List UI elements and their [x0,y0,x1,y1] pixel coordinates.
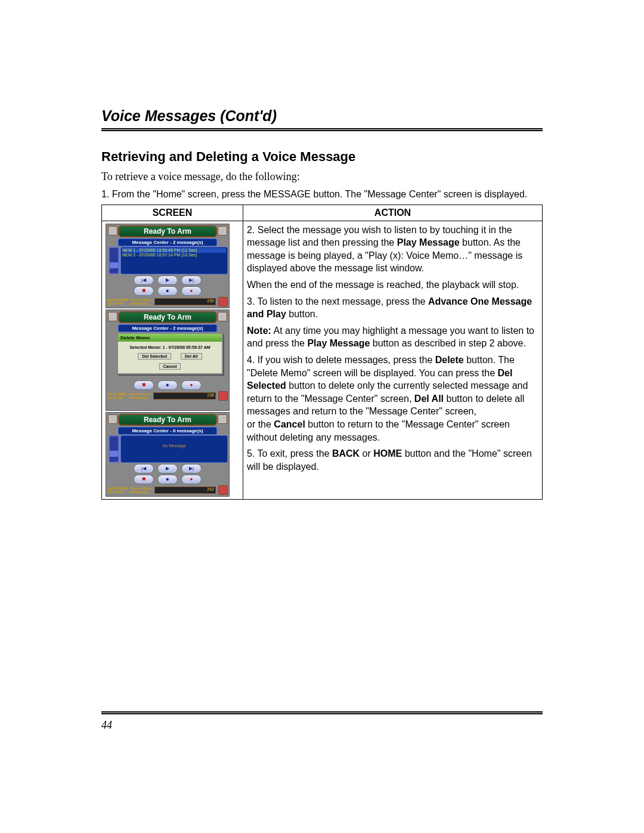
embedded-screen-3: Ready To Arm Message Center - 0 message(… [106,412,230,497]
no-message-text: No Message [122,436,226,448]
page-number: 44 [101,719,112,731]
delete-button[interactable]: ✖ [134,380,154,390]
message-center-header: Message Center - 2 message(s) [118,239,217,246]
intro-text: To retrieve a voice message, do the foll… [101,171,543,183]
record-time-label: Record TimeRemaining [130,487,151,494]
col-header-screen: SCREEN [102,205,243,221]
record-time-label: Record TimeRemaining [130,298,151,305]
list-item[interactable]: NEW 2 - 07/29/00 10:57:14 PM (10 Sec) [122,253,226,258]
stop-button[interactable]: ■ [157,475,178,484]
delete-button[interactable]: ✖ [134,475,154,484]
message-center-header: Message Center - 2 message(s) [118,324,217,332]
prev-button[interactable]: |◀ [134,464,154,473]
del-all-button[interactable]: Del All [181,353,202,360]
timestamp: Fri 07/28/0006:00 AM [107,392,127,400]
delete-button[interactable]: ✖ [134,286,154,296]
record-button[interactable]: ● [181,380,202,390]
status-bar: Ready To Arm [118,414,217,426]
embedded-screen-2: Ready To Arm Message Center - 2 message(… [106,309,230,411]
status-bar: Ready To Arm [118,311,217,323]
volume-slider[interactable] [109,247,119,274]
next-button[interactable]: ▶| [181,464,202,473]
action-step-4: 4. If you wish to delete messages, press… [247,354,538,444]
timestamp: Sat 07/29/0010:55 PM [107,487,128,494]
dialog-body-text: Selected Memo: 1 - 07/28/00 05:59:37 AM [122,345,218,349]
cancel-button[interactable]: Cancel [159,363,181,370]
stop-button[interactable]: ■ [157,380,178,390]
home-icon[interactable] [218,391,228,401]
dialog-title: Delete Memo [118,334,222,342]
screen-action-table: SCREEN ACTION Ready To Arm Message Cente… [101,205,543,500]
volume-slider[interactable] [109,435,119,463]
manual-page: Voice Messages (Cont'd) Retrieving and D… [0,0,644,833]
home-icon[interactable] [218,485,228,495]
time-meter: 239 [154,298,216,305]
record-button[interactable]: ● [181,286,202,296]
back-icon[interactable] [108,312,117,321]
action-step-3: 3. To listen to the next message, press … [247,295,538,321]
screen-cell: Ready To Arm Message Center - 2 message(… [102,221,243,499]
action-cell: 2. Select the message you wish to listen… [243,221,543,499]
back-icon[interactable] [108,226,117,236]
page-footer: 44 [101,711,543,732]
time-meter: 238 [153,392,216,400]
next-button[interactable]: ▶| [181,275,202,285]
section-header: Voice Messages (Cont'd) [101,107,543,131]
action-note: Note: At any time you may highlight a me… [247,324,538,350]
subsection-header: Retrieving and Deleting a Voice Message [101,149,543,165]
step-1-text: 1. From the "Home" screen, press the MES… [101,188,543,201]
play-button[interactable]: ▶ [157,464,178,473]
record-button[interactable]: ● [181,475,202,484]
stop-button[interactable]: ■ [157,286,178,296]
time-meter: 262 [154,487,216,494]
home-icon[interactable] [218,297,228,306]
action-step-5: 5. To exit, press the BACK or HOME butto… [247,447,538,473]
back-icon[interactable] [108,414,117,424]
embedded-screen-1: Ready To Arm Message Center - 2 message(… [106,224,230,308]
alert-icon[interactable] [218,226,227,236]
message-list[interactable]: No Message [120,435,228,463]
col-header-action: ACTION [243,205,543,221]
list-item[interactable]: NEW 1 - 07/29/00 10:56:48 PM (12 Sec) [122,248,226,253]
action-playback-note: When the end of the message is reached, … [247,278,538,292]
alert-icon[interactable] [218,312,227,321]
action-step-2: 2. Select the message you wish to listen… [247,224,538,275]
prev-button[interactable]: |◀ [134,275,154,285]
status-bar: Ready To Arm [118,225,217,237]
delete-memo-dialog: Delete Memo Selected Memo: 1 - 07/28/00 … [117,333,223,374]
play-button[interactable]: ▶ [157,275,178,285]
alert-icon[interactable] [218,414,227,424]
message-center-header: Message Center - 0 message(s) [118,427,217,435]
del-selected-button[interactable]: Del Selected [138,353,171,360]
record-time-label: Record TimeRemaining [129,392,151,400]
timestamp: Sat 07/29/0010:57 PM [107,298,128,305]
message-list[interactable]: NEW 1 - 07/29/00 10:56:48 PM (12 Sec) NE… [120,247,228,274]
